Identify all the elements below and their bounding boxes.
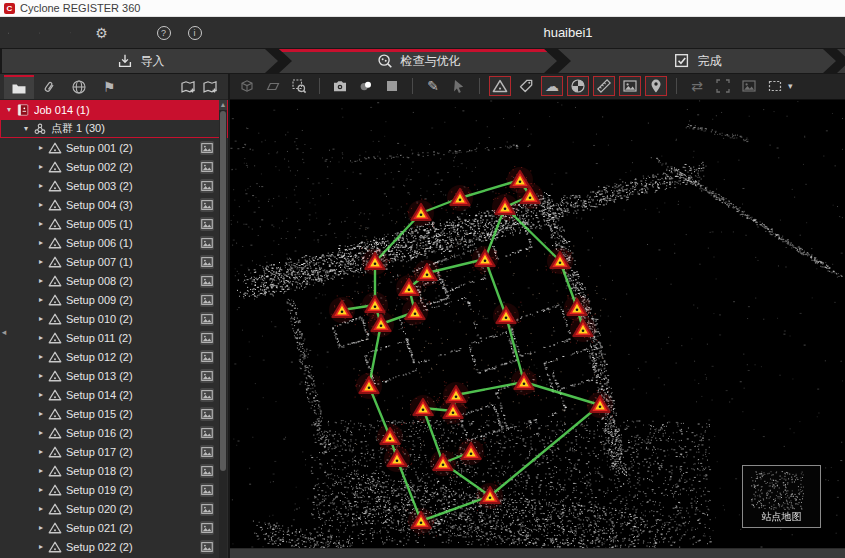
tree-item-setup[interactable]: ▸Setup 009 (2): [0, 290, 228, 309]
setup-thumbnail-icon[interactable]: [200, 483, 214, 497]
add-bundle-button[interactable]: [202, 79, 218, 95]
expand-arrow-icon[interactable]: ▸: [36, 200, 46, 209]
sidebar-tab-coordinates[interactable]: [64, 75, 94, 99]
tree-item-setup[interactable]: ▸Setup 015 (2): [0, 404, 228, 423]
expand-arrow-icon[interactable]: ▸: [36, 295, 46, 304]
sidebar-scrollbar[interactable]: ▲: [219, 100, 227, 558]
marquee-dropdown-icon[interactable]: ▾: [788, 81, 793, 91]
tree-item-setup[interactable]: ▸Setup 004 (3): [0, 195, 228, 214]
sidebar-tab-bookmarks[interactable]: ⚑: [94, 75, 124, 99]
tree-item-job[interactable]: ▾Job 014 (1): [0, 100, 228, 119]
expand-bounds-button[interactable]: [712, 76, 734, 96]
expand-arrow-icon[interactable]: ▸: [36, 542, 46, 551]
expand-arrow-icon[interactable]: ▸: [36, 181, 46, 190]
expand-arrow-icon[interactable]: ▸: [36, 371, 46, 380]
workflow-tab-2[interactable]: 检查与优化: [279, 49, 557, 73]
settings-gear-button[interactable]: ⚙: [101, 25, 117, 41]
tree-item-setup[interactable]: ▸Setup 007 (1): [0, 252, 228, 271]
slice-panel-button[interactable]: [262, 76, 284, 96]
sitemap-minimap[interactable]: 站点地图: [742, 465, 821, 528]
setup-thumbnail-icon[interactable]: [200, 388, 214, 402]
expand-arrow-icon[interactable]: ▸: [36, 219, 46, 228]
workflow-tab-1[interactable]: 导入: [2, 49, 278, 73]
expand-arrow-icon[interactable]: ▸: [36, 314, 46, 323]
zoom-selection-button[interactable]: [288, 76, 310, 96]
setup-thumbnail-icon[interactable]: [200, 179, 214, 193]
tree-item-setup[interactable]: ▸Setup 018 (2): [0, 461, 228, 480]
expand-arrow-icon[interactable]: ▸: [36, 409, 46, 418]
measurements-button[interactable]: [593, 76, 615, 96]
image-overlay-button[interactable]: [738, 76, 760, 96]
annotate-pencil-button[interactable]: ✎: [422, 76, 444, 96]
setup-thumbnail-icon[interactable]: [200, 217, 214, 231]
tree-item-setup[interactable]: ▸Setup 006 (1): [0, 233, 228, 252]
collapse-arrow-icon[interactable]: ▾: [4, 105, 14, 114]
tree-item-setup[interactable]: ▸Setup 005 (1): [0, 214, 228, 233]
expand-arrow-icon[interactable]: ▸: [36, 333, 46, 342]
tree-item-cluster[interactable]: ▾点群 1 (30): [0, 119, 228, 138]
expand-arrow-icon[interactable]: ▸: [36, 276, 46, 285]
sidebar-collapse-icon[interactable]: ◂: [0, 322, 8, 342]
tree-item-setup[interactable]: ▸Setup 022 (2): [0, 537, 228, 556]
tree-item-setup[interactable]: ▸Setup 001 (2): [0, 138, 228, 157]
expand-arrow-icon[interactable]: ▸: [36, 143, 46, 152]
expand-arrow-icon[interactable]: ▸: [36, 466, 46, 475]
workflow-tab-3[interactable]: 完成: [558, 49, 836, 73]
tree-item-setup[interactable]: ▸Setup 010 (2): [0, 309, 228, 328]
labels-tag-button[interactable]: [515, 76, 537, 96]
setup-thumbnail-icon[interactable]: [200, 521, 214, 535]
images-button[interactable]: [619, 76, 641, 96]
expand-arrow-icon[interactable]: ▸: [36, 238, 46, 247]
expand-arrow-icon[interactable]: ▸: [36, 447, 46, 456]
select-cursor-button[interactable]: [448, 76, 470, 96]
targets-button[interactable]: [567, 76, 589, 96]
tree-item-setup[interactable]: ▸Setup 008 (2): [0, 271, 228, 290]
geotags-button[interactable]: [645, 76, 667, 96]
setup-thumbnail-icon[interactable]: [200, 312, 214, 326]
expand-arrow-icon[interactable]: ▸: [36, 162, 46, 171]
solid-view-button[interactable]: [381, 76, 403, 96]
tree-item-setup[interactable]: ▸Setup 003 (2): [0, 176, 228, 195]
point-cloud-button[interactable]: ☁: [541, 76, 563, 96]
storage-database-button[interactable]: [132, 25, 148, 41]
setup-thumbnail-icon[interactable]: [200, 464, 214, 478]
expand-arrow-icon[interactable]: ▸: [36, 390, 46, 399]
setup-thumbnail-icon[interactable]: [200, 407, 214, 421]
setup-thumbnail-icon[interactable]: [200, 445, 214, 459]
setup-thumbnail-icon[interactable]: [200, 255, 214, 269]
setup-thumbnail-icon[interactable]: [200, 236, 214, 250]
collapse-arrow-icon[interactable]: ▾: [21, 124, 31, 133]
report-panel-button[interactable]: [70, 25, 86, 41]
setup-thumbnail-icon[interactable]: [200, 540, 214, 554]
expand-arrow-icon[interactable]: ▸: [36, 523, 46, 532]
limit-box-button[interactable]: [236, 76, 258, 96]
tree-item-setup[interactable]: ▸Setup 013 (2): [0, 366, 228, 385]
expand-arrow-icon[interactable]: ▸: [36, 504, 46, 513]
tree-item-setup[interactable]: ▸Setup 012 (2): [0, 347, 228, 366]
sidebar-tab-project-explorer[interactable]: [4, 75, 34, 99]
setup-thumbnail-icon[interactable]: [200, 160, 214, 174]
info-button[interactable]: i: [194, 25, 210, 41]
expand-arrow-icon[interactable]: ▸: [36, 352, 46, 361]
setup-thumbnail-icon[interactable]: [200, 369, 214, 383]
help-button[interactable]: ?: [163, 25, 179, 41]
tree-item-setup[interactable]: ▸Setup 011 (2): [0, 328, 228, 347]
setup-thumbnail-icon[interactable]: [200, 426, 214, 440]
expand-arrow-icon[interactable]: ▸: [36, 428, 46, 437]
scrollbar-thumb[interactable]: [220, 111, 226, 471]
setup-thumbnail-icon[interactable]: [200, 141, 214, 155]
setup-thumbnail-icon[interactable]: [200, 198, 214, 212]
setup-thumbnail-icon[interactable]: [200, 331, 214, 345]
expand-arrow-icon[interactable]: ▸: [36, 257, 46, 266]
tree-item-setup[interactable]: ▸Setup 017 (2): [0, 442, 228, 461]
auto-links-button[interactable]: ⇄: [686, 76, 708, 96]
open-project-button[interactable]: [8, 25, 24, 41]
screenshot-camera-button[interactable]: [329, 76, 351, 96]
tree-item-setup[interactable]: ▸Setup 020 (2): [0, 499, 228, 518]
pointcloud-viewport[interactable]: 站点地图: [230, 100, 845, 548]
tree-item-setup[interactable]: ▸Setup 014 (2): [0, 385, 228, 404]
tree-item-setup[interactable]: ▸Setup 021 (2): [0, 518, 228, 537]
marquee-select-button[interactable]: [764, 76, 786, 96]
tree-item-setup[interactable]: ▸Setup 016 (2): [0, 423, 228, 442]
color-mode-button[interactable]: [355, 76, 377, 96]
